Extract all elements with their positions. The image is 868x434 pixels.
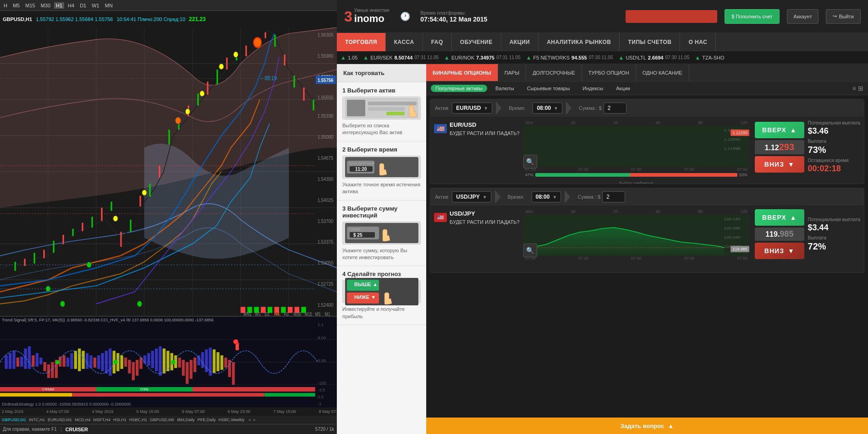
arrow-connector-2	[566, 101, 571, 115]
tf-h1[interactable]: H1	[54, 2, 64, 9]
tf-m5[interactable]: M5	[11, 2, 22, 9]
chart-toolbar: H M5 M15 M30 H1 H4 D1 W1 MN	[0, 0, 337, 11]
filter-indices[interactable]: Индексы	[578, 85, 608, 92]
deposit-button[interactable]: $ Пополнить счет	[725, 9, 779, 24]
nav-about[interactable]: О НАС	[680, 33, 716, 51]
usdjpy-name-block: USD/JPY БУДЕТ РАСТИ ИЛИ ПАДАТЬ?	[450, 209, 520, 226]
right-panel: 3 Умные инвестии inomo 🕐 Время платформы…	[337, 0, 868, 434]
subtab-onetouch[interactable]: ОДНО КАСАНИЕ	[636, 64, 689, 81]
step-1-number: 1 Выберите актив	[342, 87, 421, 94]
tf-d1[interactable]: D1	[78, 2, 88, 9]
usdjpy-up-button[interactable]: ВВЕРХ ▲	[755, 209, 804, 226]
svg-rect-40	[265, 33, 266, 38]
svg-rect-30	[169, 130, 170, 145]
svg-rect-147	[147, 353, 150, 366]
chart-symbol: GBPUSD,H1	[3, 16, 32, 22]
svg-text:1.55555: 1.55555	[318, 94, 333, 100]
magnifier-icon-2[interactable]: 🔍	[523, 244, 537, 257]
svg-text:H1: H1	[284, 311, 289, 316]
ask-question-bar[interactable]: Задать вопрос ▲	[426, 418, 868, 434]
arrow-connector-3	[495, 190, 500, 204]
magnifier-icon-1[interactable]: 🔍	[523, 155, 537, 168]
tf-h[interactable]: H	[2, 2, 9, 9]
svg-rect-26	[130, 220, 132, 232]
list-view-icon[interactable]: ≡	[852, 85, 856, 92]
subtab-longterm[interactable]: ДОЛГОСРОЧНЫЕ	[526, 64, 582, 81]
up-arrow-icon-1: ▲	[790, 126, 797, 134]
ticker-bar: ▲ 1.05 ▲ EUR/SEK 8.50744 07:31 11.05 ▲ E…	[337, 51, 868, 64]
usdjpy-selector[interactable]: USD/JPY ▼	[452, 191, 491, 202]
svg-rect-42	[284, 54, 286, 65]
eurusd-up-button[interactable]: ВВЕРХ ▲	[755, 122, 804, 138]
asset-dropdown-arrow-2: ▼	[483, 195, 487, 200]
nav-analytics[interactable]: АНАЛИТИКА РЫНКОВ	[538, 33, 620, 51]
svg-point-174	[233, 340, 238, 344]
nav-faq[interactable]: FAQ	[423, 33, 452, 51]
tf-mn[interactable]: MN	[103, 2, 115, 9]
eurusd-trader-choice: 47% 53%	[523, 172, 749, 178]
svg-rect-158	[190, 360, 192, 379]
svg-rect-25	[121, 232, 122, 247]
logout-button-label: Выйти	[839, 14, 854, 19]
filter-popular[interactable]: Популярные активы	[431, 85, 487, 92]
svg-text:1.54350: 1.54350	[318, 176, 333, 182]
svg-text:H4:: H4:	[275, 311, 281, 316]
grid-view-icon[interactable]: ⊞	[858, 85, 863, 92]
step-4-number: 4 Сделайте прогноз	[342, 271, 421, 277]
indicator-panel: Trend Signal( SR:5, FP:17, MK(5)) .0.995…	[0, 316, 337, 407]
eurusd-amount-input[interactable]	[604, 103, 626, 114]
svg-rect-130	[82, 351, 85, 369]
nav-trading[interactable]: ТОРГОВЛЯ	[337, 33, 386, 51]
indicator-label: Trend Signal( SR:5, FP:17, MK(5)) .0.995…	[2, 318, 214, 322]
subtab-turbo[interactable]: ТУРБО ОПЦИОН	[582, 64, 636, 81]
svg-text:120.080: 120.080	[724, 226, 741, 230]
eurusd-selector[interactable]: EUR/USD ▼	[452, 103, 492, 114]
binomo-content: Как торговать 1 Выберите актив	[337, 64, 868, 434]
eurusd-payout: Потенциальная выплата $3.46 Выплата 73% …	[808, 120, 860, 174]
nav-promotions[interactable]: АКЦИИ	[501, 33, 539, 51]
svg-rect-18	[53, 241, 55, 253]
usdjpy-flag: 🇺🇸	[434, 213, 447, 222]
svg-text:MN1: MN1	[243, 311, 252, 316]
eurusd-down-button[interactable]: ВНИЗ ▼	[755, 156, 804, 173]
usdjpy-down-button[interactable]: ВНИЗ ▼	[755, 243, 804, 259]
svg-text:1.55000: 1.55000	[318, 134, 333, 140]
payout-value-1: $3.46	[808, 126, 860, 136]
subtab-binary[interactable]: БИНАРНЫЕ ОПЦИОНЫ	[426, 64, 498, 81]
step-4-desc: Инвестируйте и получайте прибыль	[342, 306, 421, 320]
account-button[interactable]: Аккаунт	[787, 9, 819, 24]
subtab-pairs[interactable]: ПАРЫ	[498, 64, 526, 81]
svg-rect-112	[12, 351, 15, 369]
svg-rect-118	[36, 353, 38, 367]
eurusd-chart-container: 1.12194 1.12095 1.11998 1.11810	[523, 126, 749, 167]
svg-point-50	[200, 91, 205, 97]
nav-education[interactable]: ОБУЧЕНИЕ	[452, 33, 501, 51]
svg-rect-187	[386, 112, 405, 115]
tf-w1[interactable]: W1	[90, 2, 101, 9]
filter-stocks[interactable]: Акции	[611, 85, 635, 92]
svg-rect-14	[15, 262, 16, 271]
usdjpy-time-selector[interactable]: 08:00 ▼	[532, 191, 561, 202]
trading-panel: БИНАРНЫЕ ОПЦИОНЫ ПАРЫ ДОЛГОСРОЧНЫЕ ТУРБО…	[426, 64, 868, 434]
cruiser-label: CRUISER	[66, 427, 88, 432]
svg-rect-28	[149, 184, 151, 197]
ticker-up-icon: ▲	[363, 54, 368, 61]
ticker-up-icon-5: ▲	[695, 54, 700, 61]
tf-m30[interactable]: M30	[39, 2, 52, 9]
tf-m15[interactable]: M15	[23, 2, 37, 9]
binomo-nav: ТОРГОВЛЯ КАССА FAQ ОБУЧЕНИЕ АКЦИИ АНАЛИТ…	[337, 33, 868, 51]
svg-rect-182	[265, 393, 315, 396]
svg-text:$ 25: $ 25	[353, 233, 363, 238]
logout-button[interactable]: ↪ Выйти	[826, 9, 861, 24]
svg-rect-161	[201, 352, 204, 368]
tf-h4[interactable]: H4	[66, 2, 76, 9]
step-2-desc: Укажите точное время истечения актива	[342, 181, 421, 195]
usdjpy-amount-input[interactable]	[602, 191, 625, 202]
svg-text:M1: M1	[325, 311, 330, 316]
usdjpy-price-main: 119.	[765, 230, 780, 238]
filter-commodities[interactable]: Сырьевые товары	[522, 85, 575, 92]
nav-cashier[interactable]: КАССА	[386, 33, 423, 51]
filter-currencies[interactable]: Валюты	[491, 85, 519, 92]
eurusd-time-selector[interactable]: 08:00 ▼	[533, 103, 562, 114]
nav-account-types[interactable]: ТИПЫ СЧЕТОВ	[620, 33, 680, 51]
